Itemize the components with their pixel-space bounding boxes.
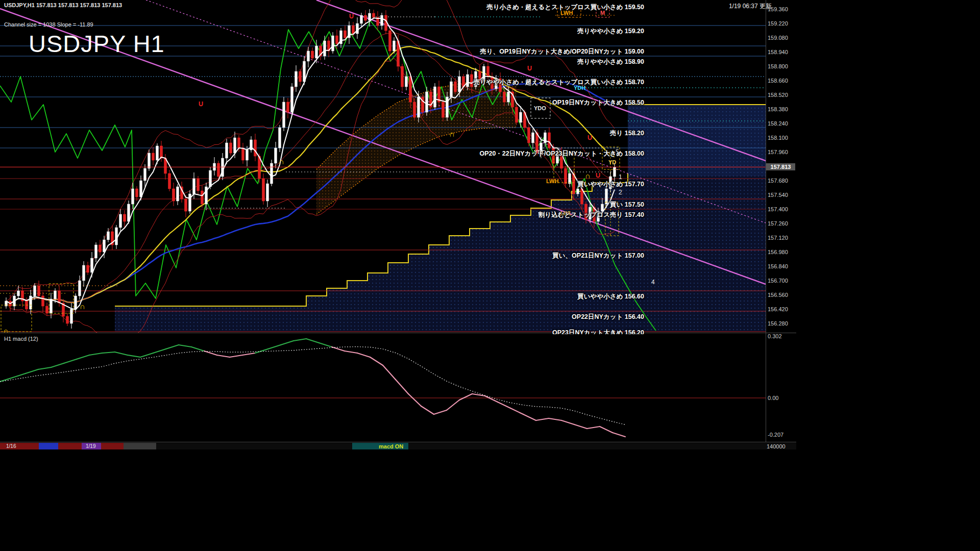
chart-tag: ∩: [3, 327, 9, 335]
chart-tag: YD: [608, 159, 616, 165]
price-axis-label: 158.240: [768, 120, 788, 127]
chart-tag: 3: [616, 181, 619, 188]
price-plot[interactable]: LWHMYDHYDOYDCLWHYDLLWLYD∪∪∪∪∪∩∩∩∩∩51324: [0, 0, 766, 340]
chart-tag: ∪: [595, 170, 601, 179]
chart-tag: ∪: [527, 63, 532, 72]
chart-tag: ∪: [198, 99, 204, 108]
chart-tag: ∪: [349, 11, 354, 20]
date-label-mid: 1/19: [86, 443, 95, 449]
price-axis-label: 156.560: [768, 292, 788, 298]
chart-tag: YDL: [577, 181, 588, 187]
price-axis-label: 158.380: [768, 106, 788, 112]
price-axis-label: 156.700: [768, 278, 788, 284]
current-price-box: 157.813: [766, 163, 795, 170]
price-axis-label: 156.980: [768, 249, 788, 255]
macd-axis-label: 0.302: [768, 333, 782, 339]
chart-tag: ∩: [80, 302, 85, 311]
price-axis-label: 158.800: [768, 63, 788, 69]
price-axis-label: 157.400: [768, 206, 788, 212]
price-axis-label: 157.120: [768, 235, 788, 241]
price-axis-label: 156.280: [768, 320, 788, 327]
session-segment: [58, 443, 82, 449]
chart-tag: ∩: [279, 157, 284, 166]
volume-label: 140000: [767, 443, 786, 449]
price-axis-label: 158.520: [768, 92, 788, 98]
price-axis-label: 156.840: [768, 263, 788, 269]
macd-toggle[interactable]: macd ON: [379, 443, 403, 449]
chart-tag: 4: [651, 279, 655, 286]
chart-tag: YDH: [574, 85, 585, 91]
session-segment: [124, 443, 156, 449]
price-axis-label: 159.080: [768, 35, 788, 41]
chart-tag: 1: [619, 173, 622, 181]
chart-tag: LWH: [560, 10, 573, 16]
date-label-left: 1/16: [6, 443, 16, 449]
mt4-chart-window: LWHMYDHYDOYDCLWHYDLLWLYD∪∪∪∪∪∩∩∩∩∩51324 …: [0, 0, 980, 551]
chart-tag: ∪: [587, 133, 593, 141]
chart-canvas[interactable]: LWHMYDHYDOYDCLWHYDLLWLYD∪∪∪∪∪∩∩∩∩∩51324: [0, 0, 796, 551]
price-axis-label: 159.220: [768, 20, 788, 27]
chart-tag: LWH: [546, 178, 558, 184]
macd-axis-label: 0.00: [768, 395, 778, 401]
price-axis-label: 158.940: [768, 49, 788, 55]
chart-tag: M: [600, 10, 605, 16]
price-axis-label: 158.660: [768, 78, 788, 84]
chart-tag: ∩: [449, 130, 455, 138]
chart-tag: YDC: [534, 149, 546, 155]
chart-tag: 2: [619, 189, 622, 196]
price-axis-label: 156.420: [768, 306, 788, 312]
chart-tag: ∩: [585, 171, 591, 180]
price-axis-label: 157.540: [768, 192, 788, 198]
price-axis-label: 158.100: [768, 135, 788, 141]
macd-axis-label: -0.207: [768, 432, 783, 438]
session-segment: [101, 443, 124, 449]
price-axis-label: 157.960: [768, 149, 788, 155]
price-axis-label: 157.680: [768, 178, 788, 184]
chart-tag: LWL: [560, 210, 572, 216]
price-axis-label: 157.260: [768, 220, 788, 227]
session-segment: [39, 443, 58, 449]
chart-tag: YDO: [534, 105, 546, 111]
price-axis-label: 159.360: [768, 6, 788, 12]
macd-plot[interactable]: [0, 339, 766, 437]
chart-tag: 5: [616, 148, 619, 156]
